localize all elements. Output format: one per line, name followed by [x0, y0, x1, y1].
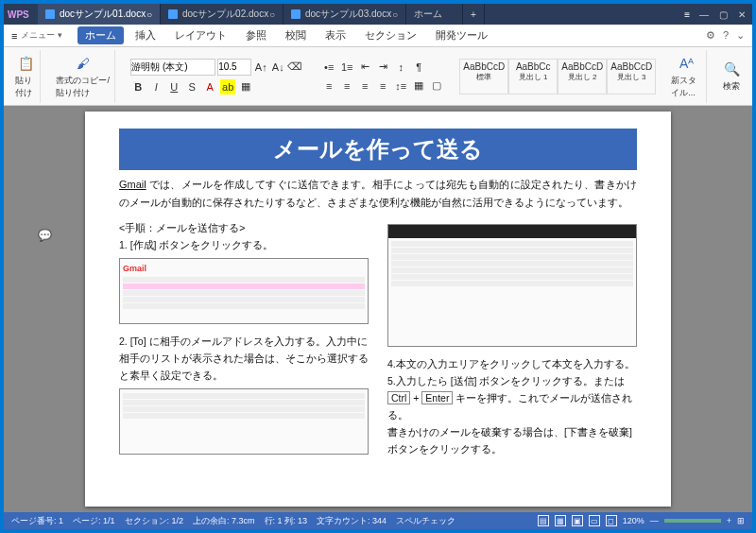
find-label: 検索 — [723, 80, 740, 93]
col-left: <手順：メールを送信する> 1. [作成] ボタンをクリックする。 Gmail … — [119, 220, 369, 463]
justify-button[interactable]: ≡ — [375, 78, 390, 94]
indent-dec-button[interactable]: ⇤ — [357, 60, 372, 75]
menu-view[interactable]: 表示 — [318, 26, 353, 44]
align-left-button[interactable]: ≡ — [321, 78, 336, 94]
new-style-icon[interactable]: Aᴬ — [678, 54, 696, 73]
view-print-icon[interactable]: ▤ — [538, 515, 549, 526]
clear-fmt-icon[interactable]: ⌫ — [287, 60, 302, 75]
close-window-button[interactable]: ✕ — [735, 8, 748, 21]
indent-inc-button[interactable]: ⇥ — [375, 60, 390, 75]
menu-layout[interactable]: レイアウト — [167, 26, 234, 44]
key-enter: Enter — [421, 391, 453, 404]
menu-label: メニュー ▾ — [21, 29, 62, 42]
border-button[interactable]: ▦ — [238, 79, 253, 95]
sort-button[interactable]: ↕ — [393, 60, 408, 75]
screenshot-3 — [387, 224, 637, 347]
zoom-level[interactable]: 120% — [623, 516, 644, 525]
styles-gallery[interactable]: AaBbCcD標準 AaBbCc見出し 1 AaBbCcD見出し 2 AaBbC… — [459, 59, 656, 95]
view-outline-icon[interactable]: ▦ — [555, 515, 566, 526]
bold-button[interactable]: B — [130, 79, 146, 95]
line-spacing-button[interactable]: ↕≡ — [393, 78, 408, 94]
hamburger-icon[interactable]: ≡ — [684, 9, 690, 20]
tab-doc1[interactable]: docサンプル01.docx○ — [38, 4, 161, 25]
tab-home[interactable]: ホーム — [406, 4, 463, 25]
close-icon[interactable]: ○ — [269, 9, 275, 20]
chevron-icon[interactable]: ⌄ — [736, 29, 745, 42]
gmail-logo: Gmail — [123, 264, 146, 273]
font-name-input[interactable] — [130, 59, 215, 76]
step-4: 4.本文の入力エリアをクリックして本文を入力する。 — [387, 356, 637, 373]
align-right-button[interactable]: ≡ — [357, 78, 372, 94]
para-mark-button[interactable]: ¶ — [411, 60, 426, 75]
status-spellcheck[interactable]: スペルチェック — [396, 515, 455, 527]
zoom-slider[interactable] — [664, 519, 721, 523]
doc-icon — [291, 9, 301, 19]
gmail-link[interactable]: Gmail — [119, 179, 146, 190]
ribbon: 📋貼り付け 🖌書式のコピー/貼り付け A↑ A↓ ⌫ B I U S A ab … — [4, 47, 752, 106]
menu-insert[interactable]: 挿入 — [128, 26, 163, 44]
align-center-button[interactable]: ≡ — [339, 78, 354, 94]
status-pages[interactable]: ページ: 1/1 — [73, 515, 115, 527]
maximize-button[interactable]: ▢ — [716, 8, 730, 21]
strike-button[interactable]: S — [184, 79, 199, 95]
menu-devtools[interactable]: 開発ツール — [428, 26, 495, 44]
zoom-out-button[interactable]: — — [650, 516, 659, 525]
view-web-icon[interactable]: ▣ — [572, 515, 583, 526]
menu-home[interactable]: ホーム — [77, 26, 124, 44]
doc-icon — [168, 9, 178, 19]
statusbar: ページ番号: 1 ページ: 1/1 セクション: 1/2 上の余白: 7.3cm… — [4, 512, 752, 529]
app-menu-icon[interactable]: ≡ — [11, 30, 17, 42]
highlight-button[interactable]: ab — [220, 79, 235, 95]
underline-button[interactable]: U — [166, 79, 181, 95]
find-icon[interactable]: 🔍 — [722, 60, 741, 78]
steps-heading: <手順：メールを送信する> — [119, 220, 369, 237]
paste-icon[interactable]: 📋 — [16, 54, 35, 73]
doc-tabs: docサンプル01.docx○ docサンプル02.docx○ docサンプル0… — [38, 4, 677, 25]
comment-indicator-icon[interactable]: 💬 — [38, 229, 51, 242]
borders-button[interactable]: ▢ — [429, 78, 444, 94]
close-icon[interactable]: ○ — [392, 9, 398, 20]
fit-page-icon[interactable]: ⊞ — [737, 516, 745, 525]
style-h3[interactable]: AaBbCcD見出し 3 — [607, 59, 656, 95]
style-h2[interactable]: AaBbCcD見出し 2 — [558, 59, 607, 95]
menu-reference[interactable]: 参照 — [238, 26, 274, 44]
tab-add[interactable]: + — [463, 4, 485, 25]
bullets-button[interactable]: •≡ — [321, 60, 336, 75]
doc-intro: Gmail では、メールを作成してすぐに送信できます。相手によっては宛先も自動的… — [119, 176, 637, 211]
menu-review[interactable]: 校閲 — [278, 26, 314, 44]
format-painter-label: 書式のコピー/貼り付け — [56, 75, 111, 99]
view-read-icon[interactable]: ▭ — [589, 515, 600, 526]
font-color-button[interactable]: A — [202, 79, 217, 95]
menu-section[interactable]: セクション — [357, 26, 424, 44]
style-h1[interactable]: AaBbCc見出し 1 — [508, 59, 558, 95]
tab-label: ホーム — [414, 8, 442, 21]
status-section[interactable]: セクション: 1/2 — [125, 515, 184, 527]
settings-icon[interactable]: ⚙ — [706, 29, 715, 42]
shading-button[interactable]: ▦ — [411, 78, 426, 94]
shrink-font-icon[interactable]: A↓ — [270, 60, 285, 75]
minimize-button[interactable]: — — [697, 8, 711, 21]
screenshot-1: Gmail — [119, 258, 369, 324]
grow-font-icon[interactable]: A↑ — [253, 60, 268, 75]
status-page-num[interactable]: ページ番号: 1 — [11, 515, 63, 527]
document-area[interactable]: 💬 メールを作って送る Gmail では、メールを作成してすぐに送信できます。相… — [4, 106, 752, 512]
font-size-input[interactable] — [217, 59, 251, 76]
plus-icon: + — [471, 9, 476, 20]
tab-label: docサンプル01.docx — [60, 8, 146, 21]
tab-label: docサンプル02.docx — [182, 8, 268, 21]
tab-doc2[interactable]: docサンプル02.docx○ — [161, 4, 284, 25]
col-right: 4.本文の入力エリアをクリックして本文を入力する。 5.入力したら [送信] ボ… — [387, 220, 637, 463]
numbering-button[interactable]: 1≡ — [339, 60, 354, 75]
zoom-in-button[interactable]: + — [727, 516, 731, 525]
titlebar: WPS docサンプル01.docx○ docサンプル02.docx○ docサ… — [4, 4, 752, 25]
status-line: 行: 1 列: 13 — [265, 515, 308, 527]
view-focus-icon[interactable]: ◻ — [606, 515, 617, 526]
tab-doc3[interactable]: docサンプル03.docx○ — [284, 4, 406, 25]
style-normal[interactable]: AaBbCcD標準 — [459, 59, 508, 95]
close-icon[interactable]: ○ — [146, 9, 152, 20]
screenshot-2 — [119, 388, 369, 455]
italic-button[interactable]: I — [148, 79, 163, 95]
format-painter-icon[interactable]: 🖌 — [74, 54, 93, 73]
status-charcount[interactable]: 文字カウント: 344 — [317, 515, 387, 527]
help-icon[interactable]: ? — [723, 29, 729, 42]
